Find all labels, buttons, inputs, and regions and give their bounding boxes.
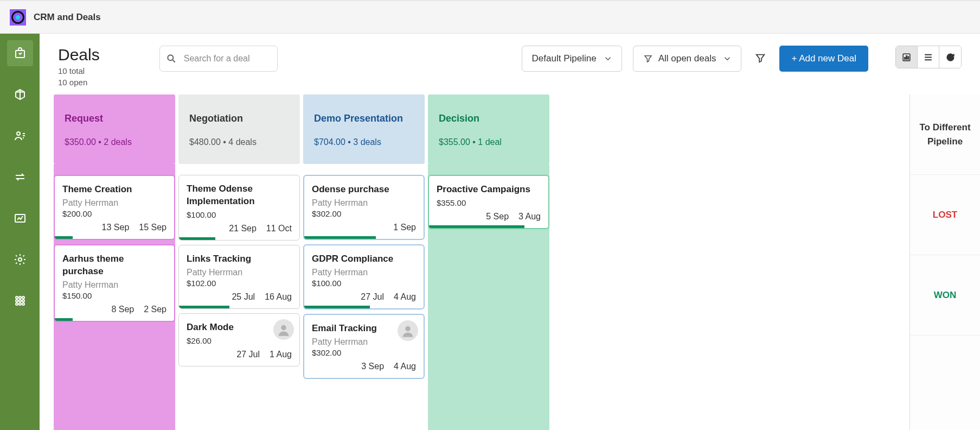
- list-view-button[interactable]: [918, 46, 939, 68]
- column-title: Decision: [439, 113, 539, 124]
- sidebar-item-settings[interactable]: [7, 246, 33, 273]
- progress-bar: [429, 225, 524, 228]
- column-header[interactable]: Negotiation$480.00 • 4 deals: [178, 94, 300, 164]
- deal-card[interactable]: Email TrackingPatty Herrman$302.003 Sep4…: [303, 314, 425, 379]
- deal-contact: Patty Herrman: [187, 268, 292, 277]
- deal-card[interactable]: Odense purchasePatty Herrman$302.001 Sep: [303, 175, 425, 240]
- sidebar-item-contacts[interactable]: [7, 123, 33, 149]
- svg-point-19: [405, 326, 410, 331]
- svg-point-6: [22, 296, 24, 299]
- progress-bar: [55, 236, 73, 239]
- column-header[interactable]: Request$350.00 • 2 deals: [54, 94, 175, 164]
- drop-zone-lost[interactable]: LOST: [910, 175, 980, 255]
- page-title: Deals: [58, 46, 100, 64]
- column-meta: $704.00 • 3 deals: [314, 137, 414, 147]
- column-title: Demo Presentation: [314, 113, 414, 124]
- sidebar-item-reports[interactable]: [7, 205, 33, 231]
- column-title: Request: [65, 113, 164, 124]
- add-deal-button[interactable]: + Add new Deal: [779, 46, 868, 72]
- deal-dates: 25 Jul16 Aug: [187, 292, 292, 306]
- svg-point-1: [17, 132, 20, 135]
- deal-dates: 27 Jul1 Aug: [187, 350, 292, 364]
- deal-amount: $100.00: [312, 279, 416, 288]
- toolbar: Deals 10 total 10 open Default Pipeline …: [40, 34, 980, 94]
- chevron-down-icon: [603, 54, 613, 64]
- avatar: [398, 320, 418, 341]
- deal-card[interactable]: Links TrackingPatty Herrman$102.0025 Jul…: [178, 245, 300, 309]
- drop-zone-won[interactable]: WON: [910, 255, 980, 336]
- deal-dates: 13 Sep15 Sep: [62, 223, 166, 237]
- svg-rect-15: [905, 57, 906, 59]
- deal-amount: $102.00: [187, 279, 292, 288]
- deal-title: Aarhus theme purchase: [62, 253, 166, 278]
- deal-dates: 1 Sep: [312, 223, 416, 237]
- side-drop-panel: To Different Pipeline LOST WON: [909, 94, 980, 430]
- deal-amount: $200.00: [62, 209, 166, 218]
- deal-dates: 5 Sep3 Aug: [437, 212, 541, 226]
- total-count: 10 total: [58, 66, 100, 75]
- deal-amount: $150.00: [62, 291, 166, 300]
- drop-zone-pipeline[interactable]: To Different Pipeline: [910, 94, 980, 175]
- deal-dates: 8 Sep2 Sep: [62, 305, 166, 319]
- deal-title: GDPR Compliance: [312, 253, 416, 265]
- svg-rect-16: [906, 55, 907, 59]
- svg-point-13: [168, 55, 173, 60]
- board-view-button[interactable]: [896, 46, 918, 68]
- deal-title: Links Tracking: [187, 253, 292, 265]
- sidebar-item-products[interactable]: [7, 81, 33, 108]
- open-count: 10 open: [58, 78, 100, 87]
- sidebar-item-deals[interactable]: [7, 40, 33, 66]
- deal-card[interactable]: Aarhus theme purchasePatty Herrman$150.0…: [54, 244, 175, 322]
- column-meta: $355.00 • 1 deal: [439, 137, 539, 147]
- svg-point-3: [18, 258, 22, 261]
- app-title: CRM and Deals: [34, 12, 101, 23]
- deal-card[interactable]: Proactive Campaigns$355.005 Sep3 Aug: [428, 175, 549, 229]
- kanban-board: Request$350.00 • 2 dealsTheme CreationPa…: [40, 94, 980, 430]
- deal-contact: Patty Herrman: [312, 268, 416, 277]
- deal-amount: $355.00: [437, 198, 541, 207]
- kanban-column: Request$350.00 • 2 dealsTheme CreationPa…: [54, 94, 175, 430]
- progress-bar: [179, 306, 229, 308]
- svg-point-7: [16, 300, 18, 302]
- filter-button[interactable]: [752, 50, 768, 66]
- sidebar-item-transfers[interactable]: [7, 164, 33, 190]
- deal-title: Theme Odense Implementation: [187, 183, 292, 208]
- deal-filter-select[interactable]: All open deals: [633, 46, 742, 72]
- svg-point-4: [16, 296, 18, 299]
- svg-rect-17: [908, 56, 909, 59]
- funnel-icon: [643, 54, 653, 64]
- deal-card[interactable]: GDPR CompliancePatty Herrman$100.0027 Ju…: [303, 244, 425, 309]
- svg-point-12: [22, 303, 24, 305]
- search-input[interactable]: [159, 46, 278, 72]
- deal-card[interactable]: Theme Odense Implementation$100.0021 Sep…: [178, 175, 300, 241]
- deal-card[interactable]: Dark Mode$26.0027 Jul1 Aug: [178, 313, 300, 366]
- deal-title: Theme Creation: [62, 184, 166, 196]
- deal-title: Proactive Campaigns: [437, 184, 541, 196]
- refresh-button[interactable]: [939, 46, 961, 68]
- column-header[interactable]: Decision$355.00 • 1 deal: [428, 94, 549, 164]
- progress-bar: [304, 306, 370, 308]
- progress-bar: [179, 237, 215, 240]
- kanban-column: Demo Presentation$704.00 • 3 dealsOdense…: [303, 94, 425, 430]
- column-title: Negotiation: [189, 113, 289, 124]
- search-icon: [166, 53, 177, 64]
- svg-point-11: [19, 303, 21, 305]
- deal-card[interactable]: Theme CreationPatty Herrman$200.0013 Sep…: [54, 175, 175, 240]
- progress-bar: [304, 236, 376, 239]
- deal-title: Odense purchase: [312, 184, 416, 196]
- deal-dates: 3 Sep4 Aug: [312, 362, 416, 376]
- chevron-down-icon: [722, 54, 732, 64]
- pipeline-select[interactable]: Default Pipeline: [522, 46, 622, 72]
- sidebar-item-apps[interactable]: [7, 288, 33, 314]
- deal-dates: 21 Sep11 Oct: [187, 224, 292, 238]
- svg-point-10: [16, 303, 18, 305]
- deal-dates: 27 Jul4 Aug: [312, 292, 416, 306]
- svg-point-8: [19, 300, 21, 302]
- column-header[interactable]: Demo Presentation$704.00 • 3 deals: [303, 94, 425, 164]
- deal-contact: Patty Herrman: [62, 198, 166, 208]
- deal-contact: Patty Herrman: [312, 337, 416, 347]
- svg-point-18: [281, 325, 286, 330]
- svg-point-9: [22, 300, 24, 302]
- column-meta: $480.00 • 4 deals: [189, 137, 289, 147]
- search-input-wrapper: [159, 46, 278, 72]
